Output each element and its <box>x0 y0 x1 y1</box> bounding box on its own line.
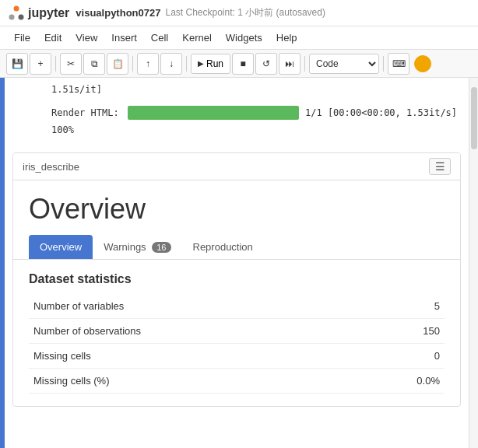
output-area-1: 1.51s/it] <box>5 78 469 101</box>
progress-row: Render HTML: 1/1 [00:00<00:00, 1.53it/s] <box>51 106 461 120</box>
tab-reproduction-label: Reproduction <box>193 241 253 253</box>
tab-overview[interactable]: Overview <box>29 235 93 259</box>
widget-panel: iris_describe ☰ Overview Overview Warnin… <box>12 152 461 407</box>
stat-value-2: 0 <box>354 344 445 369</box>
stat-label-1: Number of observations <box>29 319 354 344</box>
move-up-button[interactable]: ↑ <box>137 53 159 75</box>
jupyter-logo-text: jupyter <box>28 6 69 20</box>
stat-value-1: 150 <box>354 319 445 344</box>
move-down-button[interactable]: ↓ <box>160 53 182 75</box>
run-label: Run <box>206 58 223 69</box>
run-button[interactable]: ▶ Run <box>191 54 230 74</box>
widget-title: iris_describe <box>23 161 79 173</box>
scrollbar-track[interactable] <box>469 78 478 448</box>
table-row: Missing cells 0 <box>29 344 445 369</box>
toolbar: 💾 + ✂ ⧉ 📋 ↑ ↓ ▶ Run ■ ↺ ⏭ Code Markdown … <box>0 50 478 78</box>
scrollbar-thumb[interactable] <box>471 87 477 149</box>
toolbar-separator-3 <box>186 56 187 72</box>
menu-insert[interactable]: Insert <box>105 30 143 46</box>
progress-bar-container <box>128 106 299 120</box>
copy-button[interactable]: ⧉ <box>83 53 105 75</box>
fast-forward-button[interactable]: ⏭ <box>279 53 301 75</box>
stats-title: Dataset statistics <box>29 272 445 286</box>
notebook-area: 1.51s/it] Render HTML: 1/1 [00:00<00:00,… <box>0 78 478 448</box>
menu-bar: File Edit View Insert Cell Kernel Widget… <box>0 26 478 50</box>
tab-warnings[interactable]: Warnings 16 <box>93 235 181 259</box>
extension-button[interactable] <box>414 55 431 72</box>
stat-label-0: Number of variables <box>29 294 354 319</box>
top-bar: jupyter visualpython0727 Last Checkpoint… <box>0 0 478 26</box>
widget-toggle-icon: ☰ <box>435 160 445 173</box>
checkpoint-info: Last Checkpoint: 1 小时前 (autosaved) <box>165 6 325 19</box>
tab-reproduction[interactable]: Reproduction <box>182 235 264 259</box>
svg-point-0 <box>14 5 19 11</box>
stat-value-3: 0.0% <box>354 369 445 394</box>
stat-label-2: Missing cells <box>29 344 354 369</box>
table-row: Missing cells (%) 0.0% <box>29 369 445 394</box>
output-line1: 1.51s/it] <box>51 84 461 95</box>
svg-point-1 <box>9 14 15 19</box>
tab-warnings-label: Warnings <box>104 241 146 253</box>
notebook-title: visualpython0727 <box>76 7 160 19</box>
run-arrow-icon: ▶ <box>198 59 204 68</box>
paste-button[interactable]: 📋 <box>107 53 128 75</box>
menu-kernel[interactable]: Kernel <box>176 30 218 46</box>
stats-table: Number of variables 5 Number of observat… <box>29 294 445 394</box>
menu-file[interactable]: File <box>8 30 37 46</box>
cut-button[interactable]: ✂ <box>60 53 82 75</box>
widget-header: iris_describe ☰ <box>13 153 460 180</box>
render-stats: 1/1 [00:00<00:00, 1.53it/s] <box>305 107 457 118</box>
menu-view[interactable]: View <box>69 30 104 46</box>
toolbar-separator-4 <box>304 56 305 72</box>
menu-help[interactable]: Help <box>270 30 304 46</box>
overview-heading: Overview <box>13 180 460 235</box>
add-cell-button[interactable]: + <box>30 53 51 75</box>
render-percent: 100% <box>51 124 461 138</box>
cell-type-select[interactable]: Code Markdown Raw NBConvert <box>309 54 379 74</box>
svg-point-2 <box>19 14 24 19</box>
toolbar-separator-5 <box>383 56 384 72</box>
stats-section: Dataset statistics Number of variables 5… <box>13 260 460 406</box>
tab-overview-label: Overview <box>40 241 82 253</box>
output-area-2: Render HTML: 1/1 [00:00<00:00, 1.53it/s]… <box>5 106 469 145</box>
cell-content[interactable]: 1.51s/it] Render HTML: 1/1 [00:00<00:00,… <box>5 78 469 448</box>
toolbar-separator-2 <box>132 56 133 72</box>
menu-edit[interactable]: Edit <box>38 30 68 46</box>
progress-bar-fill <box>128 106 299 120</box>
interrupt-button[interactable]: ■ <box>232 53 254 75</box>
tab-warnings-badge: 16 <box>152 242 170 253</box>
save-button[interactable]: 💾 <box>6 53 28 75</box>
stat-label-3: Missing cells (%) <box>29 369 354 394</box>
restart-button[interactable]: ↺ <box>255 53 277 75</box>
render-label: Render HTML: <box>51 107 121 118</box>
keyboard-button[interactable]: ⌨ <box>388 53 409 75</box>
table-row: Number of observations 150 <box>29 319 445 344</box>
table-row: Number of variables 5 <box>29 294 445 319</box>
menu-cell[interactable]: Cell <box>145 30 174 46</box>
jupyter-logo: jupyter <box>8 5 69 22</box>
menu-widgets[interactable]: Widgets <box>220 30 269 46</box>
stat-value-0: 5 <box>354 294 445 319</box>
toolbar-separator-1 <box>55 56 56 72</box>
widget-toggle-button[interactable]: ☰ <box>429 158 451 175</box>
jupyter-icon-svg <box>8 5 25 22</box>
tabs-row: Overview Warnings 16 Reproduction <box>13 235 460 260</box>
